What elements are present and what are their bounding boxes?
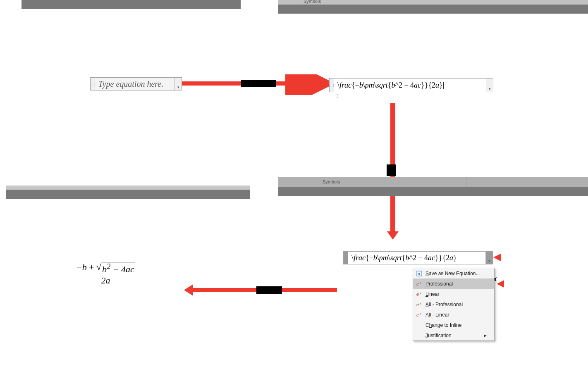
linear-icon: ex xyxy=(415,291,424,297)
menu-label: Save as New Equation... xyxy=(424,271,487,276)
redaction-bar-2 xyxy=(387,164,396,176)
equation-dropdown-button[interactable]: ▾ xyxy=(174,78,182,90)
menu-justification[interactable]: Justification ▶ xyxy=(413,330,494,340)
menu-label: Linear xyxy=(424,291,487,297)
equation-dropdown-button-open[interactable]: ▾ xyxy=(485,252,492,264)
svg-text:e: e xyxy=(416,302,419,307)
radicand: b2 − 4ac xyxy=(101,262,135,275)
ribbon-strip-top-right-group: Symbols xyxy=(278,0,588,14)
svg-text:e: e xyxy=(416,292,419,297)
equation-grip-icon[interactable]: ⋮⋮ xyxy=(91,78,95,90)
svg-text:e: e xyxy=(416,312,419,317)
svg-text:x: x xyxy=(420,312,421,315)
svg-text:x: x xyxy=(420,302,421,305)
text-cursor xyxy=(145,264,145,284)
equation-placeholder-text[interactable]: Type equation here. xyxy=(95,78,174,90)
equation-dropdown-button[interactable]: ▾ xyxy=(486,79,493,92)
equation-latex-text[interactable]: \frac{−b\pm\sqrt{b^2 − 4ac}}{2a}| xyxy=(334,79,486,92)
sqrt-expression: √b2 − 4ac xyxy=(96,262,135,275)
menu-professional[interactable]: ex Professional xyxy=(413,278,494,289)
ribbon-strip-mid-right: Symbols xyxy=(278,177,588,196)
equation-rendered-result: −b ± √b2 − 4ac 2a xyxy=(74,262,137,286)
ribbon-strip-mid-left xyxy=(6,186,250,199)
menu-change-to-inline[interactable]: Change to Inline xyxy=(413,320,494,330)
professional-icon: ex xyxy=(415,281,424,287)
equation-grip-icon[interactable]: ⋮⋮ xyxy=(344,252,348,264)
menu-all-linear[interactable]: ex All - Linear xyxy=(413,309,494,320)
menu-label: Justification xyxy=(424,333,484,338)
redaction-bar-1 xyxy=(241,80,276,87)
menu-label: All - Linear xyxy=(424,312,487,318)
svg-text:x: x xyxy=(420,281,421,284)
equation-latex-input-box[interactable]: ⋮⋮ \frac{−b\pm\sqrt{b^2 − 4ac}}{2a}| ▾ xyxy=(329,78,493,92)
equation-grip-icon[interactable]: ⋮⋮ xyxy=(330,79,334,92)
submenu-arrow-icon: ▶ xyxy=(484,333,487,338)
menu-label: Change to Inline xyxy=(424,322,487,328)
redaction-bar-3 xyxy=(256,286,282,294)
menu-label: All - Professional xyxy=(424,302,487,307)
menu-label: Professional xyxy=(424,281,487,287)
menu-linear[interactable]: ex Linear xyxy=(413,289,494,299)
fraction-denominator: 2a xyxy=(74,275,137,286)
equation-context-menu: π Save as New Equation... ex Professiona… xyxy=(413,268,495,341)
ribbon-strip-top-left xyxy=(22,0,241,9)
menu-save-new-equation[interactable]: π Save as New Equation... xyxy=(413,268,494,278)
insertion-caret-icon: ⌶ xyxy=(336,93,339,99)
all-professional-icon: ex xyxy=(415,302,424,307)
equation-placeholder-box[interactable]: ⋮⋮ Type equation here. ▾ xyxy=(90,77,182,90)
fraction-numerator: −b ± √b2 − 4ac xyxy=(74,262,137,275)
svg-text:x: x xyxy=(420,292,421,295)
arrow-point-dropdown xyxy=(493,251,514,264)
svg-text:e: e xyxy=(416,281,419,286)
svg-text:π: π xyxy=(418,272,420,276)
all-linear-icon: ex xyxy=(415,312,424,318)
arrow-point-professional xyxy=(497,278,517,290)
symbols-group-label-top: Symbols xyxy=(304,0,321,4)
numerator-prefix: −b ± xyxy=(76,262,96,272)
equation-selected-box[interactable]: ⋮⋮ \frac{−b\pm\sqrt{b^2 − 4ac}}{2a} ▾ xyxy=(343,251,493,264)
save-equation-icon: π xyxy=(415,271,424,276)
symbols-group-label-mid: Symbols xyxy=(323,179,340,184)
equation-selected-text[interactable]: \frac{−b\pm\sqrt{b^2 − 4ac}}{2a} xyxy=(348,252,485,264)
menu-all-professional[interactable]: ex All - Professional xyxy=(413,299,494,309)
